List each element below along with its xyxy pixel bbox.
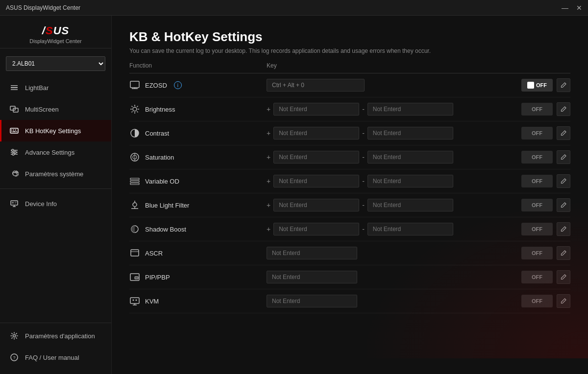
toggle-button-shadow-boost[interactable]: OFF	[521, 223, 553, 235]
key-input-saturation-plus[interactable]	[273, 151, 359, 164]
edit-button-shadow-boost[interactable]	[557, 222, 570, 236]
toggle-button-variable-od[interactable]: OFF	[521, 175, 553, 187]
key-input-variable-od-minus[interactable]	[368, 175, 453, 187]
sidebar-item-lightbar[interactable]: LightBar	[0, 77, 111, 98]
toggle-button-blue-light[interactable]: OFF	[521, 199, 553, 211]
edit-button-ezosd[interactable]	[557, 78, 570, 92]
key-input-brightness-plus[interactable]	[273, 103, 359, 116]
svg-rect-43	[130, 178, 139, 180]
svg-point-59	[136, 300, 137, 301]
sidebar-item-parametres[interactable]: Paramètres système	[0, 163, 111, 185]
table-row: Brightness + - OFF	[129, 97, 570, 121]
variable-od-icon	[129, 176, 140, 187]
sidebar-bottom: Paramètres d'application ? FAQ / User ma…	[0, 323, 111, 374]
table-row: KVM OFF	[129, 289, 570, 313]
key-input-variable-od-plus[interactable]	[273, 175, 359, 187]
key-input-contrast-minus[interactable]	[368, 127, 453, 140]
toggle-button-pip-pbp[interactable]: OFF	[521, 271, 553, 283]
page-title: KB & HotKey Settings	[129, 29, 570, 45]
table-header: Function Key	[129, 60, 570, 73]
edit-cell-variable-od	[553, 174, 570, 188]
label-variable-od: Variable OD	[145, 178, 179, 185]
svg-rect-8	[15, 130, 16, 131]
edit-button-ascr[interactable]	[557, 246, 570, 260]
toggle-button-kvm[interactable]: OFF	[521, 295, 553, 307]
info-icon-ezosd[interactable]: i	[174, 81, 182, 89]
svg-rect-23	[15, 203, 16, 204]
toggle-saturation: OFF	[514, 151, 553, 164]
svg-line-35	[132, 106, 133, 107]
toggle-button-saturation[interactable]: OFF	[521, 151, 553, 164]
key-input-saturation-minus[interactable]	[368, 151, 453, 164]
key-input-shadow-boost-minus[interactable]	[368, 223, 453, 235]
close-button[interactable]: ✕	[576, 4, 582, 12]
edit-cell-saturation	[553, 150, 570, 164]
key-group-shadow-boost: + -	[267, 223, 514, 235]
col-key: Key	[267, 62, 514, 69]
label-contrast: Contrast	[145, 130, 169, 137]
sidebar-item-device-info[interactable]: Device Info	[0, 193, 111, 214]
edit-button-kvm[interactable]	[557, 294, 570, 308]
edit-button-variable-od[interactable]	[557, 174, 570, 188]
key-input-shadow-boost-plus[interactable]	[273, 223, 359, 235]
svg-rect-7	[13, 130, 14, 131]
label-blue-light: Blue Light Filter	[145, 202, 189, 209]
saturation-icon	[129, 152, 140, 163]
sidebar-item-app-settings[interactable]: Paramètres d'application	[0, 325, 111, 347]
minus-sign-shadow-boost: -	[362, 225, 365, 233]
minimize-button[interactable]: —	[562, 4, 568, 12]
edit-button-pip-pbp[interactable]	[557, 270, 570, 284]
func-cell-ezosd: EZOSD i	[129, 80, 267, 91]
app-name: DisplayWidget Center	[29, 38, 81, 44]
svg-rect-9	[11, 131, 12, 132]
edit-button-brightness[interactable]	[557, 102, 570, 116]
toggle-button-ezosd[interactable]: OFF	[521, 79, 553, 92]
edit-button-contrast[interactable]	[557, 126, 570, 140]
svg-rect-6	[11, 130, 12, 131]
toggle-blue-light: OFF	[514, 199, 553, 211]
svg-point-58	[133, 300, 134, 301]
table-row: Shadow Boost + - OFF	[129, 217, 570, 241]
key-input-brightness-minus[interactable]	[368, 103, 453, 116]
edit-button-saturation[interactable]	[557, 150, 570, 164]
gear-icon	[9, 331, 19, 341]
toggle-contrast: OFF	[514, 127, 553, 140]
label-shadow-boost: Shadow Boost	[145, 226, 186, 233]
sidebar-label-device-info: Device Info	[25, 200, 57, 208]
key-input-blue-light-minus[interactable]	[368, 199, 453, 211]
sidebar-item-advance[interactable]: Advance Settings	[0, 141, 111, 163]
edit-cell-pip-pbp	[553, 270, 570, 284]
sidebar-item-multiscreen[interactable]: MultiScreen	[0, 98, 111, 120]
sidebar-label-advance: Advance Settings	[25, 149, 74, 156]
sidebar-item-faq[interactable]: ? FAQ / User manual	[0, 347, 111, 368]
sidebar-label-app-settings: Paramètres d'application	[25, 332, 95, 340]
label-ascr: ASCR	[145, 250, 163, 257]
svg-rect-54	[135, 277, 138, 279]
key-input-ascr[interactable]	[267, 247, 357, 259]
edit-button-blue-light[interactable]	[557, 198, 570, 212]
key-input-blue-light-plus[interactable]	[273, 199, 359, 211]
pip-icon	[129, 272, 140, 282]
func-cell-contrast: Contrast	[129, 128, 267, 139]
key-group-contrast: + -	[267, 127, 514, 140]
table-row: Variable OD + - OFF	[129, 169, 570, 193]
toggle-button-ascr[interactable]: OFF	[521, 247, 553, 259]
edit-cell-contrast	[553, 126, 570, 140]
edit-cell-shadow-boost	[553, 222, 570, 236]
key-input-kvm[interactable]	[267, 295, 357, 307]
wrench-icon	[9, 169, 19, 179]
key-input-pip-pbp[interactable]	[267, 271, 357, 283]
sidebar-item-kb-hotkey[interactable]: KB HotKey Settings	[0, 120, 111, 141]
col-toggle-header	[514, 62, 553, 69]
monitor-dropdown[interactable]: 2.ALB01	[6, 56, 105, 71]
key-input-ezosd[interactable]	[267, 79, 365, 92]
toggle-button-contrast[interactable]: OFF	[521, 127, 553, 140]
toggle-ascr: OFF	[514, 247, 553, 259]
toggle-brightness: OFF	[514, 103, 553, 116]
monitor-selector[interactable]: 2.ALB01	[6, 56, 105, 71]
toggle-button-brightness[interactable]: OFF	[521, 103, 553, 116]
sidebar-label-lightbar: LightBar	[25, 84, 49, 92]
toggle-variable-od: OFF	[514, 175, 553, 187]
advance-icon	[9, 147, 19, 157]
key-input-contrast-plus[interactable]	[273, 127, 359, 140]
